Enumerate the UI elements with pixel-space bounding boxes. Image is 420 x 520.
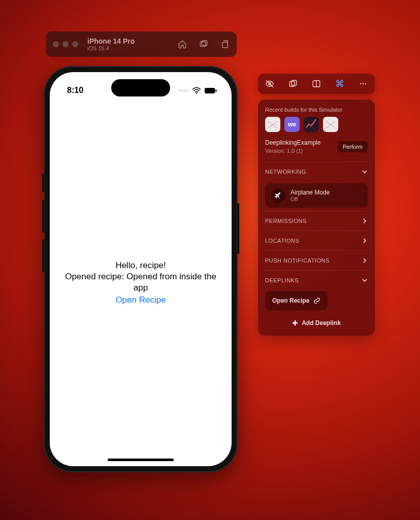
section-label: NETWORKING: [265, 169, 306, 175]
svg-rect-5: [215, 89, 216, 92]
svg-rect-1: [202, 41, 207, 45]
recent-builds-list: we: [265, 117, 368, 132]
home-icon[interactable]: [178, 40, 187, 49]
perform-button[interactable]: Perform: [338, 141, 368, 152]
airplane-icon: [271, 188, 285, 203]
traffic-min[interactable]: [62, 41, 69, 47]
app-icon-placeholder[interactable]: [265, 117, 280, 132]
airplane-mode-toggle[interactable]: Airplane Mode Off: [265, 183, 368, 208]
cellular-icon: ••••: [179, 88, 189, 93]
app-icon-placeholder[interactable]: [323, 117, 338, 132]
section-permissions[interactable]: PERMISSIONS: [265, 211, 368, 231]
add-deeplink-button[interactable]: Add Deeplink: [265, 319, 368, 327]
status-time: 8:10: [67, 86, 83, 95]
visibility-off-icon[interactable]: [265, 79, 274, 88]
dynamic-island: [111, 79, 170, 96]
link-icon: [313, 297, 320, 304]
airplane-status: Off: [290, 196, 330, 202]
command-icon[interactable]: ⌘: [335, 78, 344, 89]
section-locations[interactable]: LOCATIONS: [265, 231, 368, 250]
inspector-toolbar: ⌘: [258, 74, 375, 94]
svg-rect-2: [222, 42, 228, 48]
chevron-down-icon: [362, 277, 368, 283]
phone-volume-down: [42, 240, 44, 272]
chevron-right-icon: [362, 218, 368, 224]
deeplink-label: Open Recipe: [272, 297, 309, 304]
battery-icon: [204, 87, 217, 94]
simulator-titlebar: iPhone 14 Pro iOS 16.4: [46, 31, 237, 57]
inspector-panel: Recent builds for this Simulator we Deep…: [258, 100, 375, 336]
app-version: Version: 1.0 (1): [265, 147, 320, 154]
iphone-screen[interactable]: 8:10 •••• Hello, recipe! Opened recipe: …: [50, 72, 232, 466]
svg-point-3: [196, 93, 197, 94]
svg-rect-0: [200, 42, 206, 47]
chevron-down-icon: [362, 169, 368, 175]
section-label: DEEPLINKS: [265, 277, 299, 283]
home-indicator[interactable]: [108, 459, 174, 461]
svg-point-10: [360, 83, 361, 84]
simulator-device-name: iPhone 14 Pro: [87, 37, 135, 45]
svg-rect-7: [289, 82, 295, 87]
chevron-right-icon: [362, 257, 368, 264]
more-icon[interactable]: [359, 79, 368, 88]
deeplink-chip[interactable]: Open Recipe: [265, 291, 328, 310]
section-label: PUSH NOTIFICATIONS: [265, 257, 330, 264]
wifi-icon: [192, 87, 201, 94]
svg-point-12: [365, 83, 366, 84]
phone-power-button: [237, 203, 239, 254]
screens-icon[interactable]: [288, 79, 298, 88]
section-label: LOCATIONS: [265, 238, 299, 244]
plus-icon: [292, 320, 298, 326]
section-label: PERMISSIONS: [265, 218, 307, 224]
section-deeplinks[interactable]: DEEPLINKS: [265, 270, 368, 290]
section-networking[interactable]: NETWORKING: [265, 161, 368, 181]
open-recipe-link[interactable]: Open Recipe: [115, 295, 166, 306]
add-deeplink-label: Add Deeplink: [302, 319, 341, 327]
svg-rect-4: [205, 87, 215, 93]
phone-silent-switch: [42, 174, 44, 192]
traffic-close[interactable]: [53, 41, 59, 47]
svg-point-11: [363, 83, 364, 84]
phone-volume-up: [42, 200, 44, 233]
svg-rect-8: [292, 80, 297, 85]
recipe-status-text: Opened recipe: Opened from inside the ap…: [57, 271, 224, 294]
app-icon-we[interactable]: we: [284, 117, 300, 132]
app-name: DeeplinkingExample: [265, 139, 320, 147]
recent-builds-header: Recent builds for this Simulator: [265, 107, 368, 113]
external-icon[interactable]: [220, 40, 230, 49]
simulator-os-version: iOS 16.4: [87, 45, 135, 52]
screenshot-icon[interactable]: [199, 40, 208, 49]
sidebar-icon[interactable]: [312, 79, 321, 88]
app-content: Hello, recipe! Opened recipe: Opened fro…: [50, 100, 232, 466]
airplane-title: Airplane Mode: [290, 189, 330, 196]
section-push[interactable]: PUSH NOTIFICATIONS: [265, 250, 368, 270]
chevron-right-icon: [362, 238, 368, 244]
app-icon-stocks[interactable]: [304, 117, 319, 132]
iphone-frame: 8:10 •••• Hello, recipe! Opened recipe: …: [44, 66, 238, 472]
greeting-text: Hello, recipe!: [115, 260, 166, 271]
traffic-max[interactable]: [72, 41, 78, 47]
window-traffic-lights[interactable]: [53, 41, 78, 47]
